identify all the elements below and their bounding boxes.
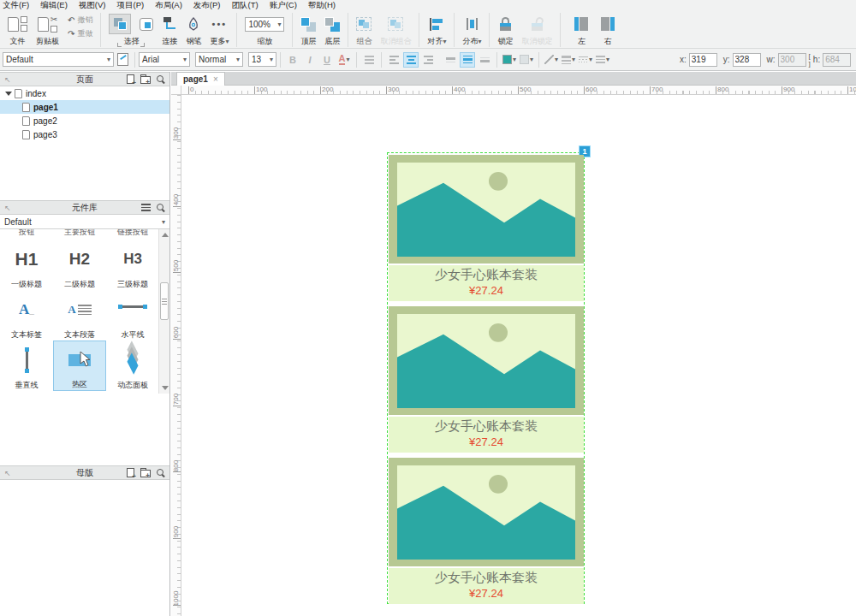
card-text-block[interactable]: 少女手心账本套装¥27.24 [389,568,584,604]
menu-item[interactable]: 项目(P) [116,0,144,9]
library-select[interactable]: Default [0,215,169,229]
menu-item[interactable]: 视图(V) [79,0,106,9]
page-canvas[interactable]: 1 少女手心账本套装¥27.24 少女手心账本套装¥27.24 少女手心账本套装… [181,95,856,616]
menu-item[interactable]: 布局(A) [155,0,182,9]
add-master-folder-icon[interactable] [140,470,151,477]
widget-tile-h1[interactable]: H1一级标题 [0,240,53,290]
line-color-button[interactable] [544,52,559,68]
lock-label: 锁定 [497,36,513,47]
group-button[interactable]: 组合 [356,13,372,47]
shadow-button[interactable] [519,52,534,68]
scroll-down-icon[interactable] [162,386,169,390]
italic-button[interactable]: I [302,52,318,68]
tab-close-icon[interactable]: × [213,74,218,84]
widgets-menu-icon[interactable] [141,204,151,211]
line-style-button[interactable] [578,52,593,68]
widget-tile-vline[interactable]: 垂直线 [0,341,53,391]
card-text-block[interactable]: 少女手心账本套装¥27.24 [389,265,584,301]
w-input[interactable] [778,53,806,67]
widget-tile-dynamic-panel[interactable]: 动态面板 [106,341,159,391]
tab-page1[interactable]: page1 × [176,72,225,86]
collapse-panel-icon[interactable]: ↖ [4,75,11,84]
scroll-up-icon[interactable] [162,233,169,237]
align-left-edge-button[interactable]: 左 [574,13,588,47]
new-file-icon [8,17,19,32]
collapse-panel-icon[interactable]: ↖ [4,469,11,477]
card-image-placeholder[interactable] [389,306,584,415]
align-center-button[interactable] [403,52,419,68]
widgets-scrollbar[interactable] [158,229,169,394]
redo-button[interactable]: ↷ 重做 [68,28,92,39]
widget-tile-text-label[interactable]: A_文本标签 [0,290,53,341]
page-tree-item-index[interactable]: index [0,86,169,100]
page-tree-item-page1[interactable]: page1 [0,100,169,114]
card-image-placeholder[interactable] [389,155,584,264]
lock-button[interactable]: 锁定 [497,13,513,47]
h-ruler-number: 100 [256,86,267,93]
connect-tool[interactable]: 连接 [162,13,177,47]
valign-bottom-icon [480,57,490,62]
widget-tile-h2[interactable]: H2二级标题 [53,240,106,290]
valign-bottom-button[interactable] [477,52,492,68]
arrow-style-button[interactable] [595,52,610,68]
link-wh-icon[interactable]: [ ] [809,52,811,68]
scroll-thumb[interactable] [160,282,169,320]
select-contain-button[interactable] [140,18,153,31]
distribute-button[interactable]: 分布 [462,13,481,47]
add-master-icon[interactable] [127,468,134,477]
edit-style-button[interactable] [115,52,130,68]
font-color-button[interactable]: A [336,52,352,68]
line-spacing-button[interactable] [361,52,377,68]
align-left-button[interactable] [386,52,401,68]
add-page-icon[interactable] [127,74,134,84]
menu-item[interactable]: 编辑(E) [40,0,68,9]
add-folder-icon[interactable] [140,76,151,84]
fill-color-button[interactable] [502,52,517,68]
line-spacing-icon [365,56,374,64]
font-style-select[interactable]: Normal [195,52,243,67]
widget-tile-hline[interactable]: 水平线 [106,290,159,341]
align-right-edge-button[interactable]: 右 [601,13,615,47]
pen-tool[interactable]: 钢笔 [186,13,201,47]
page-tree-item-page3[interactable]: page3 [0,127,169,141]
widget-tile-h3[interactable]: H3三级标题 [106,240,159,290]
menu-item[interactable]: 团队(T) [232,0,259,9]
align-button[interactable]: 对齐 [427,13,446,47]
more-tool[interactable]: ••• 更多 [210,13,229,47]
file-group[interactable]: 文件 [8,13,27,47]
menu-item[interactable]: 文件(F) [3,0,29,9]
x-input[interactable] [689,53,717,67]
widget-tile-text-paragraph[interactable]: A文本段落 [53,290,106,341]
unlock-label: 取消锁定 [521,36,552,47]
clipboard-group[interactable]: ✂ 剪贴板 [36,13,59,47]
menu-item[interactable]: 帮助(H) [308,0,336,9]
font-size-select[interactable]: 13 [248,52,276,67]
h-ruler-number: 0 [190,86,193,93]
tree-expand-icon[interactable] [5,92,12,96]
underline-button[interactable]: U [319,52,335,68]
valign-middle-button[interactable] [460,52,475,68]
align-right-button[interactable] [420,52,436,68]
page-tree-item-page2[interactable]: page2 [0,114,169,127]
search-masters-icon[interactable] [157,469,165,477]
send-back-button[interactable]: 底层 [324,13,340,47]
bold-button[interactable]: B [285,52,300,68]
zoom-select[interactable]: 100% [245,17,284,32]
font-family-select[interactable]: Arial [139,52,190,67]
menu-item[interactable]: 账户(C) [270,0,297,9]
card-image-placeholder[interactable] [389,458,584,566]
menu-item[interactable]: 发布(P) [193,0,221,9]
line-width-button[interactable] [561,52,576,68]
card-text-block[interactable]: 少女手心账本套装¥27.24 [389,417,584,453]
select-intersect-button[interactable] [109,14,131,34]
collapse-panel-icon[interactable]: ↖ [4,204,11,212]
undo-button[interactable]: ↶ 撤销 [68,15,92,26]
y-input[interactable] [733,53,761,67]
search-pages-icon[interactable] [157,75,165,84]
style-preset-select[interactable]: Default [3,52,114,67]
search-widgets-icon[interactable] [157,204,165,212]
h-input[interactable] [823,53,851,67]
valign-top-button[interactable] [443,52,458,68]
widget-tile-hotspot[interactable]: 热区 [53,341,106,391]
bring-front-button[interactable]: 顶层 [300,13,316,47]
